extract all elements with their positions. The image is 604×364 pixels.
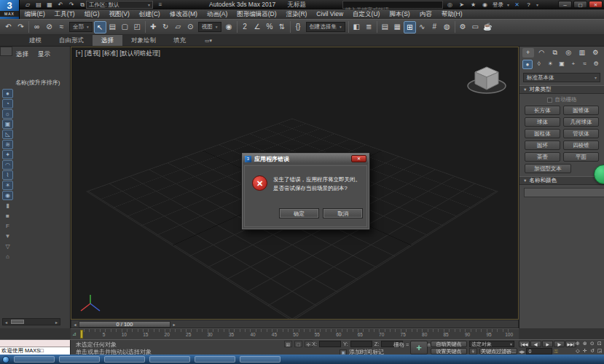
taskbar-button-1[interactable] xyxy=(59,356,100,363)
spinner-snap-icon[interactable]: ⇅ xyxy=(276,21,289,33)
schematic-view-icon[interactable]: # xyxy=(428,21,441,33)
frame-number-field[interactable]: 0 xyxy=(526,348,552,355)
key-filters-button[interactable]: 关键点过滤器... xyxy=(479,348,517,355)
chevron-down-icon[interactable]: ▾ xyxy=(536,2,538,7)
pan-icon[interactable]: ✛ xyxy=(581,347,589,355)
time-slider-thumb[interactable]: 0 / 100 xyxy=(79,321,170,328)
menu-item-7[interactable]: 图形编辑器(D) xyxy=(232,9,281,19)
open-file-icon[interactable]: ▤ xyxy=(34,1,43,9)
menu-item-8[interactable]: 渲染(R) xyxy=(281,9,312,19)
go-to-start-button[interactable]: |◀◀ xyxy=(519,341,530,347)
taskbar-button-4[interactable] xyxy=(195,356,235,363)
curve-editor-icon[interactable]: ∿ xyxy=(416,21,428,33)
community-icon[interactable]: ✕ xyxy=(513,1,521,8)
track-bar[interactable]: ⊿ 51015202530354045505560657075808590951… xyxy=(71,328,519,339)
explorer-mini-tab[interactable] xyxy=(0,47,12,56)
set-keys-button[interactable]: + xyxy=(410,341,428,355)
modify-tab-icon[interactable]: ◠ xyxy=(536,48,548,58)
systems-category-icon[interactable]: ⚙ xyxy=(591,60,601,69)
ribbon-tab-3[interactable]: 对象绘制 xyxy=(122,35,165,46)
object-type-rollout[interactable]: ▼ 对象类型 xyxy=(519,85,604,94)
filter-shapes-icon[interactable]: ◔ xyxy=(2,99,13,108)
key-mode-icon[interactable]: ⚿ xyxy=(554,349,557,355)
filter-lights-icon[interactable]: ☼ xyxy=(2,109,13,119)
align-icon[interactable]: ≣ xyxy=(363,21,375,33)
filter-bones-icon[interactable]: ⌇ xyxy=(2,170,13,180)
select-and-move-icon[interactable]: ✚ xyxy=(147,21,160,33)
bind-to-space-warp-icon[interactable]: ≈ xyxy=(55,21,68,33)
primitive-type-dropdown[interactable]: 标准基本体 ▾ xyxy=(523,73,600,82)
display-tab-icon[interactable]: ▥ xyxy=(576,48,588,58)
taskbar-button-3[interactable] xyxy=(149,356,190,363)
named-selection-sets-dropdown[interactable]: 创建选择集▾ xyxy=(306,22,345,32)
box2-icon[interactable]: ■ xyxy=(2,211,13,221)
zoom-all-icon[interactable]: ⊛ xyxy=(581,340,589,347)
fov-icon[interactable]: ◇ xyxy=(574,347,581,355)
explorer-column-header[interactable]: 名称(按升序排序) xyxy=(15,79,60,87)
box-icon[interactable]: ▮ xyxy=(2,201,13,210)
redo-icon[interactable]: ↷ xyxy=(15,21,27,33)
primitive-button-5[interactable]: 管状体 xyxy=(563,129,599,138)
menu-item-9[interactable]: Civil View xyxy=(312,9,348,19)
graphite-ribbon-icon[interactable]: ▦ xyxy=(391,21,404,33)
tab-display[interactable]: 显示 xyxy=(38,50,50,59)
viewport-label[interactable]: [+] [透视] [标准] [默认明暗处理] xyxy=(76,50,160,58)
previous-key-icon[interactable]: ◂ xyxy=(71,322,79,327)
3ds-max-logo[interactable]: 3 MAX xyxy=(0,0,20,19)
select-and-scale-icon[interactable]: ▱ xyxy=(172,21,184,33)
maximize-viewport-icon[interactable]: ◲ xyxy=(596,347,603,355)
motion-tab-icon[interactable]: ◎ xyxy=(563,48,575,58)
menu-item-1[interactable]: 工具(T) xyxy=(50,9,79,19)
minimize-button[interactable]: ─ xyxy=(558,1,572,8)
shapes-category-icon[interactable]: ◊ xyxy=(534,60,544,69)
select-and-place-icon[interactable]: ⊙ xyxy=(184,21,197,33)
menu-item-4[interactable]: 创建(C) xyxy=(134,9,165,19)
time-slider[interactable]: ◂ 0 / 100 ▸ xyxy=(71,320,519,328)
utilities-tab-icon[interactable]: ⚙ xyxy=(590,48,602,58)
auto-key-button[interactable]: 自动关键点 xyxy=(431,341,467,347)
next-key-icon[interactable]: ▸ xyxy=(170,322,178,327)
scroll-left-icon[interactable]: ◂ xyxy=(3,320,9,325)
search-icon[interactable]: ◎ xyxy=(446,1,454,8)
filter-geometry-icon[interactable]: ● xyxy=(2,89,13,98)
primitive-button-0[interactable]: 长方体 xyxy=(525,106,560,115)
spacewarps-category-icon[interactable]: ≈ xyxy=(580,60,590,69)
menu-item-11[interactable]: 脚本(S) xyxy=(385,9,415,19)
favorites-icon[interactable]: ★ xyxy=(469,1,477,8)
edit-named-sets-icon[interactable]: {} xyxy=(292,21,305,33)
zoom-icon[interactable]: ⊕ xyxy=(574,340,581,347)
next-frame-button[interactable]: |▶ xyxy=(554,341,565,347)
scene-explorer-icon[interactable]: ⊞ xyxy=(404,21,416,33)
select-object-icon[interactable]: ↖ xyxy=(94,21,106,33)
menu-item-6[interactable]: 动画(A) xyxy=(202,9,232,19)
select-and-rotate-icon[interactable]: ↻ xyxy=(160,21,172,33)
frame-left-icon[interactable]: ◀▶ xyxy=(519,349,525,354)
menu-item-0[interactable]: 编辑(E) xyxy=(20,9,50,19)
time-marker[interactable] xyxy=(80,330,83,339)
window-crossing-icon[interactable]: ◰ xyxy=(131,21,144,33)
menu-item-13[interactable]: 帮助(H) xyxy=(436,9,467,19)
rectangular-selection-icon[interactable]: ▢ xyxy=(119,21,131,33)
primitive-button-2[interactable]: 球体 xyxy=(525,117,560,127)
helpers-category-icon[interactable]: + xyxy=(568,60,578,69)
menu-item-10[interactable]: 自定义(U) xyxy=(348,9,385,19)
primitive-button-3[interactable]: 几何球体 xyxy=(563,117,599,127)
funnel-dark-icon[interactable]: ▼ xyxy=(2,232,13,241)
zoom-extents-icon[interactable]: ⊙ xyxy=(589,340,596,347)
menu-item-3[interactable]: 视图(V) xyxy=(104,9,134,19)
mirror-icon[interactable]: ◧ xyxy=(350,21,363,33)
filter-xrefs-icon[interactable]: ◠ xyxy=(2,160,13,170)
taskbar-button-5[interactable] xyxy=(240,356,281,363)
y-coordinate-field[interactable] xyxy=(350,341,372,347)
select-and-link-icon[interactable]: ∞ xyxy=(31,21,43,33)
start-button[interactable] xyxy=(2,356,9,363)
geometry-category-icon[interactable]: ● xyxy=(522,60,533,69)
x-coordinate-field[interactable] xyxy=(319,341,341,347)
use-pivot-center-icon[interactable]: ◉ xyxy=(223,21,235,33)
filter-helpers-icon[interactable]: ◺ xyxy=(2,130,13,139)
folder-icon[interactable]: ⌂ xyxy=(2,252,13,261)
primitive-button-9[interactable]: 平面 xyxy=(563,152,599,162)
primitive-button-4[interactable]: 圆柱体 xyxy=(525,129,560,138)
zoom-extents-all-icon[interactable]: ⊡ xyxy=(596,340,603,347)
text-plus-button[interactable]: 加强型文本 xyxy=(525,164,571,173)
